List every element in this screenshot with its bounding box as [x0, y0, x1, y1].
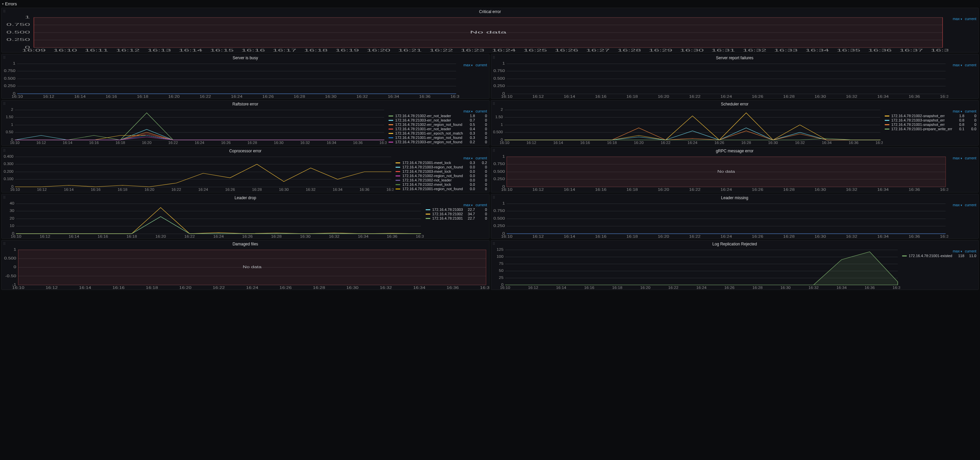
drag-handle-icon[interactable]: ⠿ [3, 10, 6, 14]
drag-handle-icon[interactable]: ⠿ [493, 56, 495, 60]
legend-row[interactable]: 172.16.4.78:2100234.70 [426, 212, 487, 216]
panel-title[interactable]: Scheduler error [491, 101, 978, 108]
chart-area[interactable]: 01020304016:1016:1216:1416:1616:1816:201… [2, 201, 424, 238]
chart-area[interactable]: 00.2500.5000.750116:1016:1216:1416:1616:… [491, 201, 948, 238]
chart-area[interactable]: 00.2500.5000.750116:0916:1016:1116:1216:… [2, 15, 948, 52]
legend-sort-max[interactable]: max [953, 17, 962, 21]
legend-row[interactable]: 172.16.4.78:21002-err_not_leader1.80 [388, 114, 487, 118]
legend-row[interactable]: 172.16.4.78:21002-not_leader0.00 [396, 178, 487, 182]
y-tick: 20 [10, 217, 14, 220]
panel-title[interactable]: Server is busy [2, 54, 489, 62]
panel-title[interactable]: Server report failures [491, 54, 978, 62]
legend-sort-current[interactable]: current [476, 109, 487, 113]
legend-sort-current[interactable]: current [965, 203, 976, 207]
legend-sort-max[interactable]: max [463, 109, 473, 113]
legend-row[interactable]: 172.16.4.78:21002-snapshot_err1.80 [885, 114, 976, 118]
legend-swatch [885, 129, 889, 129]
legend-sort-current[interactable]: current [476, 63, 487, 67]
panel-title[interactable]: Leader missing [491, 194, 978, 201]
panel-copr: ⠿Coprocessor error00.1000.2000.3000.4001… [2, 147, 490, 193]
panel-title[interactable]: Damaged files [2, 240, 489, 248]
panel-title[interactable]: Coprocessor error [2, 147, 489, 155]
legend-row[interactable]: 172.16.4.78:21001-existed11811.0 [902, 254, 976, 258]
legend: maxcurrent172.16.4.78:21002-snapshot_err… [883, 108, 978, 145]
x-tick: 16:22 [200, 95, 211, 98]
x-tick: 16:24 [492, 48, 516, 52]
legend-sort-max[interactable]: max [953, 109, 962, 113]
chart-area[interactable]: -1-0.5000.500116:1016:1216:1416:1616:181… [2, 248, 489, 289]
drag-handle-icon[interactable]: ⠿ [493, 195, 495, 200]
chart-area[interactable]: 00.2500.5000.750116:1016:1216:1416:1616:… [491, 62, 948, 98]
chart-area[interactable]: 00.2500.5000.750116:1016:1216:1416:1616:… [2, 62, 459, 98]
legend-row[interactable]: 172.16.4.78:21003-snapshot_err0.80 [885, 118, 976, 122]
x-tick: 16:34 [805, 48, 829, 52]
x-tick: 16:22 [689, 188, 701, 192]
y-tick: 0.500 [493, 130, 503, 134]
panel-title[interactable]: gRPC message error [491, 147, 978, 155]
legend-row[interactable]: 172.16.4.78:2100322.70 [426, 208, 487, 212]
panel-title[interactable]: Critical error [2, 8, 978, 15]
legend-row[interactable]: 172.16.4.78:21002-region_not_found0.00 [396, 174, 487, 178]
y-tick: 1 [13, 62, 15, 65]
legend-row[interactable]: 172.16.4.78:21003-err_region_not_found0.… [388, 140, 487, 144]
legend-sort-max[interactable]: max [953, 249, 962, 253]
drag-handle-icon[interactable]: ⠿ [3, 149, 6, 153]
x-tick: 16:29 [649, 48, 672, 52]
legend: maxcurrent [948, 155, 978, 192]
legend-sort-current[interactable]: current [965, 17, 976, 21]
legend-row[interactable]: 172.16.4.78:21003-region_not_found0.00 [396, 165, 487, 169]
legend-row[interactable]: 172.16.4.78:21003-meet_lock0.00 [396, 169, 487, 173]
legend-row[interactable]: 172.16.4.78:21003-err_not_leader0.70 [388, 118, 487, 122]
legend-sort-max[interactable]: max [953, 156, 962, 160]
drag-handle-icon[interactable]: ⠿ [3, 102, 6, 106]
x-tick: 16:36 [908, 95, 920, 98]
legend-sort-max[interactable]: max [463, 203, 473, 207]
x-tick: 16:14 [64, 188, 73, 192]
chart-area[interactable]: 025507510012516:1016:1216:1416:1616:1816… [491, 248, 900, 289]
chart-area[interactable]: 00.50011.50216:1016:1216:1416:1616:1816:… [491, 108, 883, 145]
legend-sort-max[interactable]: max [463, 63, 473, 67]
legend-row[interactable]: 172.16.4.78:21001-err_region_not_found0.… [388, 136, 487, 140]
legend-cur: 0 [477, 127, 487, 131]
panel-title[interactable]: Log Replication Rejected [491, 240, 978, 248]
drag-handle-icon[interactable]: ⠿ [3, 195, 6, 200]
drag-handle-icon[interactable]: ⠿ [3, 56, 6, 60]
legend-row[interactable]: 172.16.4.78:21001-region_not_found0.00 [396, 187, 487, 191]
x-tick: 16:32 [846, 188, 857, 192]
x-tick: 16:10 [500, 141, 509, 145]
legend-row[interactable]: 172.16.4.78:21001-err_epoch_not_match0.3… [388, 131, 487, 135]
x-tick: 16:22 [172, 188, 181, 192]
legend-row[interactable]: 172.16.4.78:21001-snapshot_err0.80 [885, 123, 976, 126]
legend-sort-max[interactable]: max [953, 63, 962, 67]
legend-sort-current[interactable]: current [476, 156, 487, 160]
legend-row[interactable]: 172.16.4.78:21002-err_region_not_found0.… [388, 123, 487, 126]
legend-row[interactable]: 172.16.4.78:21001-prepare_write_err0.10.… [885, 127, 976, 131]
legend-sort-max[interactable]: max [463, 156, 473, 160]
x-tick: 16:16 [242, 48, 265, 52]
panel-sched: ⠿Scheduler error00.50011.50216:1016:1216… [491, 100, 979, 145]
x-tick: 16:20 [156, 235, 166, 238]
drag-handle-icon[interactable]: ⠿ [493, 149, 495, 153]
legend-sort-current[interactable]: current [476, 203, 487, 207]
section-toggle[interactable]: ▾ Errors [0, 0, 980, 8]
y-tick: 0.100 [4, 177, 13, 181]
x-tick: 16:16 [595, 95, 606, 98]
legend-sort-current[interactable]: current [965, 249, 976, 253]
legend-label: 172.16.4.78:21002-not_leader [402, 178, 463, 182]
chart-area[interactable]: 00.5011.50216:1016:1216:1416:1616:1816:2… [2, 108, 387, 145]
panel-title[interactable]: Leader drop [2, 194, 489, 201]
legend-row[interactable]: 172.16.4.78:21001-meet_lock0.30.2 [396, 161, 487, 165]
legend-sort-current[interactable]: current [965, 109, 976, 113]
legend-row[interactable]: 172.16.4.78:2100122.70 [426, 216, 487, 220]
drag-handle-icon[interactable]: ⠿ [493, 242, 495, 246]
legend-sort-current[interactable]: current [965, 156, 976, 160]
legend-sort-current[interactable]: current [965, 63, 976, 67]
drag-handle-icon[interactable]: ⠿ [3, 242, 6, 246]
chart-area[interactable]: 00.1000.2000.3000.40016:1016:1216:1416:1… [2, 155, 393, 192]
drag-handle-icon[interactable]: ⠿ [493, 102, 495, 106]
panel-title[interactable]: Raftstore error [2, 101, 489, 108]
chart-area[interactable]: 00.2500.5000.750116:1016:1216:1416:1616:… [491, 155, 948, 192]
legend-sort-max[interactable]: max [953, 203, 962, 207]
legend-row[interactable]: 172.16.4.78:21001-err_not_leader0.40 [388, 127, 487, 131]
legend-row[interactable]: 172.16.4.78:21002-meet_lock0.00 [396, 182, 487, 187]
